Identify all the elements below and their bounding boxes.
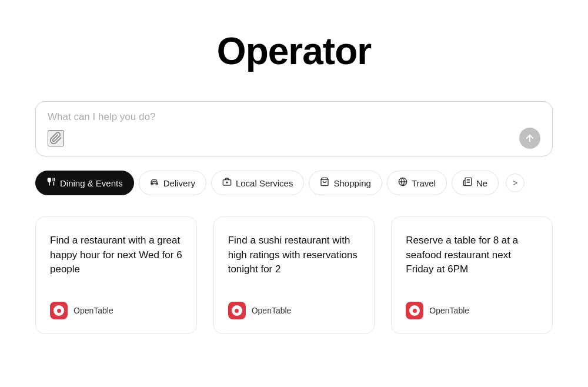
card-1-brand: OpenTable bbox=[74, 306, 113, 315]
search-input-row bbox=[48, 111, 540, 123]
shopping-icon bbox=[320, 177, 329, 189]
news-icon bbox=[463, 177, 472, 189]
opentable-dot-2 bbox=[235, 309, 239, 313]
submit-button[interactable] bbox=[519, 128, 540, 149]
opentable-icon-3 bbox=[406, 302, 423, 319]
opentable-dot-3 bbox=[413, 309, 417, 313]
card-2-brand: OpenTable bbox=[252, 306, 292, 315]
tab-travel[interactable]: Travel bbox=[387, 171, 447, 195]
opentable-dot-1 bbox=[57, 309, 61, 313]
card-3-text: Reserve a table for 8 at a seafood resta… bbox=[406, 233, 538, 283]
dining-icon bbox=[46, 177, 56, 189]
page-container: Operator bbox=[0, 0, 588, 358]
categories-chevron[interactable]: > bbox=[506, 174, 524, 192]
card-2-text: Find a sushi restaurant with high rating… bbox=[228, 233, 360, 283]
tab-local-services[interactable]: Local Services bbox=[211, 171, 305, 195]
tab-news[interactable]: Ne bbox=[452, 171, 499, 195]
card-1[interactable]: Find a restaurant with a great happy hou… bbox=[35, 216, 197, 334]
tab-shopping-label: Shopping bbox=[333, 178, 370, 188]
search-box bbox=[35, 101, 553, 156]
tab-delivery[interactable]: Delivery bbox=[139, 171, 206, 195]
tab-dining-label: Dining & Events bbox=[60, 178, 123, 188]
opentable-inner-1 bbox=[54, 305, 64, 316]
tab-local-label: Local Services bbox=[236, 178, 293, 188]
cards-row: Find a restaurant with a great happy hou… bbox=[35, 216, 553, 334]
local-icon bbox=[222, 177, 232, 189]
categories-row: Dining & Events Delivery bbox=[35, 171, 553, 195]
opentable-inner-2 bbox=[232, 305, 242, 316]
card-1-text: Find a restaurant with a great happy hou… bbox=[50, 233, 182, 283]
search-input[interactable] bbox=[48, 111, 540, 123]
tab-dining-events[interactable]: Dining & Events bbox=[35, 171, 134, 195]
tab-travel-label: Travel bbox=[412, 178, 436, 188]
opentable-inner-3 bbox=[409, 305, 420, 316]
tab-shopping[interactable]: Shopping bbox=[309, 171, 382, 195]
attach-button[interactable] bbox=[48, 130, 64, 146]
card-2[interactable]: Find a sushi restaurant with high rating… bbox=[213, 216, 375, 334]
delivery-icon bbox=[150, 177, 159, 189]
card-3-footer: OpenTable bbox=[406, 302, 538, 319]
opentable-icon-1 bbox=[50, 302, 68, 319]
tab-news-label: Ne bbox=[476, 178, 487, 188]
travel-icon bbox=[398, 177, 407, 189]
card-1-footer: OpenTable bbox=[50, 302, 182, 319]
search-actions-row bbox=[48, 128, 540, 149]
tab-delivery-label: Delivery bbox=[163, 178, 195, 188]
card-3-brand: OpenTable bbox=[429, 306, 469, 315]
page-title: Operator bbox=[217, 29, 371, 73]
card-3[interactable]: Reserve a table for 8 at a seafood resta… bbox=[391, 216, 553, 334]
chevron-right-icon: > bbox=[513, 178, 517, 188]
opentable-icon-2 bbox=[228, 302, 246, 319]
card-2-footer: OpenTable bbox=[228, 302, 360, 319]
